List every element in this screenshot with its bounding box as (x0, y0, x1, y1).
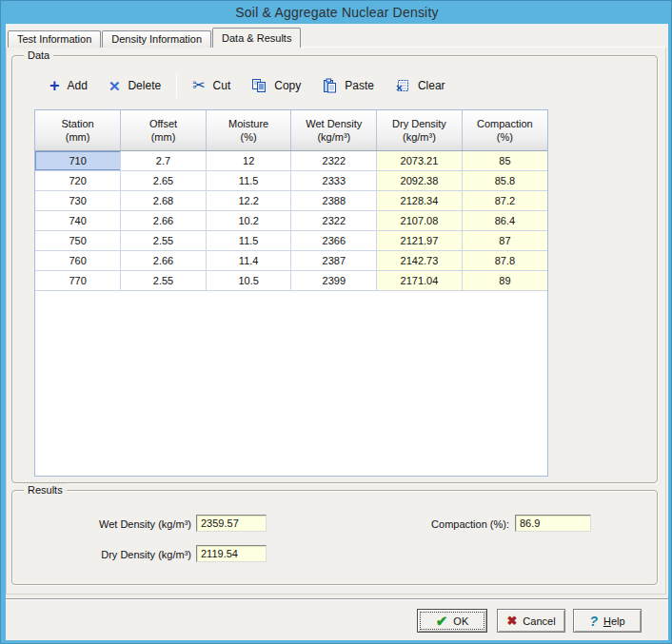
compaction-result-field[interactable] (515, 515, 591, 532)
table-cell[interactable]: 750 (35, 230, 121, 250)
table-cell[interactable]: 2.65 (121, 170, 207, 190)
help-button-label: Help (603, 615, 625, 627)
table-cell[interactable]: 2107.08 (377, 210, 463, 230)
table-cell[interactable]: 2366 (291, 230, 377, 250)
tab-data-results[interactable]: Data & Results (212, 28, 301, 48)
column-header-unit: (%) (463, 130, 547, 144)
table-cell[interactable]: 2399 (291, 270, 377, 290)
table-cell[interactable]: 86.4 (462, 210, 547, 230)
cut-button-label: Cut (213, 79, 231, 92)
column-header-title: Wet Density (291, 117, 376, 130)
cancel-x-icon: ✖ (506, 615, 517, 627)
titlebar: Soil & Aggregate Nuclear Density (1, 1, 672, 24)
table-cell[interactable]: 2121.97 (377, 230, 463, 250)
table-cell[interactable]: 720 (35, 170, 121, 190)
ok-button-label: OK (453, 615, 468, 627)
table-cell[interactable]: 87.2 (462, 190, 547, 210)
column-header[interactable]: Moisture(%) (206, 110, 291, 150)
table-cell[interactable]: 2128.34 (377, 190, 463, 210)
table-cell[interactable]: 11.5 (206, 230, 291, 250)
data-table: Station(mm)Offset(mm)Moisture(%)Wet Dens… (35, 110, 547, 291)
data-table-body: 7102.71223222073.21857202.6511.523332092… (35, 150, 547, 290)
table-row: 7202.6511.523332092.3885.8 (35, 170, 547, 190)
wet-density-result-label: Wet Density (kg/m³) (20, 518, 191, 530)
tab-label: Density Information (111, 33, 202, 45)
table-cell[interactable]: 10.2 (206, 210, 291, 230)
ok-button[interactable]: ✔ OK (417, 609, 487, 633)
add-button[interactable]: + Add (39, 73, 98, 98)
column-header[interactable]: Wet Density(kg/m³) (291, 110, 377, 150)
table-cell[interactable]: 2322 (291, 150, 377, 170)
table-cell[interactable]: 87 (462, 230, 547, 250)
column-header-unit: (mm) (35, 130, 120, 144)
wet-density-result-field[interactable] (196, 515, 267, 532)
column-header[interactable]: Offset(mm) (121, 110, 207, 150)
column-header-title: Station (35, 117, 120, 130)
table-cell[interactable]: 2142.73 (377, 250, 463, 270)
toolbar-separator (176, 73, 177, 98)
dialog-window: Soil & Aggregate Nuclear Density Test In… (0, 0, 672, 644)
tab-density-information[interactable]: Density Information (102, 30, 211, 48)
column-header[interactable]: Dry Density(kg/m³) (377, 110, 463, 150)
table-cell[interactable]: 730 (35, 190, 121, 210)
table-cell[interactable]: 2073.21 (377, 150, 463, 170)
paste-clipboard-icon (322, 78, 337, 93)
column-header-title: Dry Density (377, 117, 462, 130)
table-cell[interactable]: 85 (462, 150, 547, 170)
results-group-legend: Results (24, 483, 67, 497)
help-question-icon: ? (589, 615, 598, 628)
copy-pages-icon (251, 78, 267, 93)
table-cell[interactable]: 11.4 (206, 250, 291, 270)
table-cell[interactable]: 740 (35, 210, 121, 230)
table-cell[interactable]: 770 (35, 270, 121, 290)
footer-divider (6, 598, 668, 600)
table-cell[interactable]: 2.55 (121, 230, 207, 250)
table-cell[interactable]: 2171.04 (377, 270, 463, 290)
table-cell[interactable]: 2.55 (121, 270, 207, 290)
table-cell[interactable]: 2092.38 (377, 170, 463, 190)
copy-button[interactable]: Copy (241, 74, 311, 97)
data-table-viewport[interactable]: Station(mm)Offset(mm)Moisture(%)Wet Dens… (34, 109, 548, 477)
table-cell[interactable]: 11.5 (206, 170, 291, 190)
table-cell[interactable]: 2387 (291, 250, 377, 270)
cancel-button[interactable]: ✖ Cancel (497, 609, 565, 633)
table-cell[interactable]: 2.66 (121, 250, 207, 270)
data-groupbox: Data + Add ✕ Delete ✂ Cut (11, 55, 658, 483)
table-cell[interactable]: 89 (462, 270, 547, 290)
table-cell[interactable]: 710 (35, 150, 121, 170)
table-cell[interactable]: 85.8 (462, 170, 547, 190)
tab-test-information[interactable]: Test Information (8, 30, 101, 48)
results-groupbox: Results Wet Density (kg/m³) Dry Density … (11, 490, 658, 585)
column-header-unit: (%) (207, 130, 291, 144)
column-header-unit: (kg/m³) (291, 130, 376, 144)
table-cell[interactable]: 2322 (291, 210, 377, 230)
table-cell[interactable]: 87.8 (462, 250, 547, 270)
table-cell[interactable]: 2.66 (121, 210, 207, 230)
table-cell[interactable]: 2388 (291, 190, 377, 210)
compaction-result-label: Compaction (%): (353, 518, 509, 530)
clear-button[interactable]: Clear (385, 74, 456, 97)
column-header[interactable]: Compaction(%) (462, 110, 547, 150)
delete-button-label: Delete (128, 79, 161, 92)
delete-button[interactable]: ✕ Delete (98, 75, 171, 97)
table-cell[interactable]: 2.68 (121, 190, 207, 210)
dialog-content: Test Information Density Information Dat… (6, 24, 668, 640)
paste-button[interactable]: Paste (311, 74, 385, 97)
table-header-row: Station(mm)Offset(mm)Moisture(%)Wet Dens… (35, 110, 547, 150)
paste-button-label: Paste (345, 79, 374, 92)
table-cell[interactable]: 760 (35, 250, 121, 270)
table-cell[interactable]: 10.5 (206, 270, 291, 290)
table-cell[interactable]: 2.7 (121, 150, 207, 170)
table-cell[interactable]: 12.2 (206, 190, 291, 210)
cut-button[interactable]: ✂ Cut (182, 74, 241, 97)
table-cell[interactable]: 12 (206, 150, 291, 170)
tab-label: Data & Results (222, 32, 291, 44)
table-cell[interactable]: 2333 (291, 170, 377, 190)
column-header[interactable]: Station(mm) (35, 110, 121, 150)
delete-x-icon: ✕ (109, 79, 121, 93)
dry-density-result-field[interactable] (196, 545, 267, 562)
help-button[interactable]: ? Help (573, 609, 642, 633)
column-header-title: Moisture (207, 117, 291, 130)
data-group-legend: Data (24, 49, 53, 62)
scissors-icon: ✂ (192, 78, 205, 93)
